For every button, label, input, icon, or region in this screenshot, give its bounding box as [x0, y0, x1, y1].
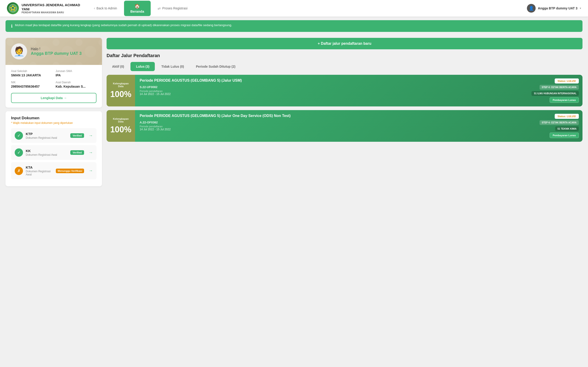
alert-banner: ℹ Mohon maaf jika terdapat data/file yan…	[6, 20, 582, 32]
daftar-jalur-button[interactable]: + Daftar jalur pendaftaran baru	[107, 38, 582, 49]
tab-tidak-lulus[interactable]: Tidak Lulus (0)	[156, 62, 190, 71]
waiting-check-icon: ✗	[15, 167, 23, 175]
prodi-badge: S1 ILMU HUBUNGAN INTERNASIONAL	[531, 91, 579, 96]
kk-info: KK Dokumen Registrasi Awal	[26, 149, 68, 156]
beranda-button[interactable]: 🏠 Beranda	[124, 1, 151, 16]
main-nav: ‹ Back to Admin 🏠 Beranda ⇄ Proses Regis…	[89, 1, 527, 16]
tab-lulus[interactable]: Lulus (3)	[130, 62, 155, 71]
header: U UNIVERSITAS JENDERAL ACHMAD YANI PENDA…	[0, 0, 588, 17]
arrow-right-icon: →	[89, 133, 93, 138]
tabs-row: Aktif (0) Lulus (3) Tidak Lulus (0) Peri…	[107, 62, 582, 71]
back-to-admin-button[interactable]: ‹ Back to Admin	[89, 4, 122, 13]
waiting-badge: Menunggu Verifikasi	[56, 169, 84, 173]
profile-avatar: 🧑‍💼	[11, 43, 27, 59]
reg-card-right: Status: LULUS! STEP 4: CETAK BERITA ACAR…	[540, 110, 583, 142]
reg-card-body: Periode PERIODE AGUSTUS (GELOMBANG 5) (J…	[135, 110, 539, 142]
kta-info: KTA Dokumen Registrasi Awal	[26, 165, 53, 176]
status-badge: Status: LULUS!	[555, 114, 579, 119]
step-badge: STEP 4: CETAK BERITA ACARA	[540, 85, 579, 90]
user-name: Angga BTP dummy UAT 3	[538, 6, 578, 10]
person-icon: 🧑‍💼	[13, 46, 25, 57]
reg-card-right: Status: LULUS! STEP 4: CETAK BERITA ACAR…	[531, 75, 582, 106]
user-menu[interactable]: 👤 Angga BTP dummy UAT 3 ▾	[527, 4, 581, 13]
list-item[interactable]: ✓ KTP Dokumen Registrasi Awal Verified →	[11, 128, 96, 143]
arrow-right-icon: →	[89, 150, 93, 155]
asal-sekolah-item: Asal Sekolah SMAN 13 JAKARTA	[11, 69, 52, 77]
info-icon: ℹ	[11, 24, 13, 29]
dokumen-card: Input Dokumen * Wajib melakukan input do…	[6, 111, 102, 186]
right-panel: + Daftar jalur pendaftaran baru Daftar J…	[107, 38, 582, 186]
arrow-right-icon: ⇄	[157, 6, 161, 10]
jurusan-value: IPA	[56, 73, 96, 77]
asal-sekolah-label: Asal Sekolah	[11, 69, 52, 73]
profile-name: Angga BTP dummy UAT 3	[31, 51, 82, 56]
list-item[interactable]: ✗ KTA Dokumen Registrasi Awal Menunggu V…	[11, 162, 96, 179]
payment-badge: Pembayaran Lunas	[550, 133, 579, 138]
profile-info: Asal Sekolah SMAN 13 JAKARTA Jurusan SMA…	[6, 65, 102, 93]
left-panel: 🧑‍💼 Halo ! Angga BTP dummy UAT 3 Asal Se…	[6, 38, 102, 186]
kelengkapan-left: KelengkapanData 100%	[107, 110, 135, 142]
jurusan-label: Jurusan SMA	[56, 69, 96, 73]
dokumen-subtitle: * Wajib melakukan input dokumen yang dip…	[11, 121, 96, 125]
step-badge: STEP 4: CETAK BERITA ACARA	[540, 120, 579, 125]
ktp-info: KTP Dokumen Registrasi Awal	[26, 132, 68, 140]
asal-daerah-label: Asal Daerah	[56, 81, 96, 84]
profile-greeting: Halo ! Angga BTP dummy UAT 3	[31, 47, 82, 56]
svg-text:U: U	[12, 8, 14, 10]
nik-value: 2985643785636457	[11, 85, 52, 88]
jurusan-item: Jurusan SMA IPA	[56, 69, 96, 77]
tab-aktif[interactable]: Aktif (0)	[107, 62, 130, 71]
nik-label: NIK	[11, 81, 52, 84]
chevron-down-icon: ▾	[580, 7, 581, 10]
home-icon: 🏠	[134, 3, 140, 9]
verified-badge: Verified	[70, 133, 84, 138]
payment-badge: Pembayaran Lunas	[550, 97, 579, 103]
profile-card: 🧑‍💼 Halo ! Angga BTP dummy UAT 3 Asal Se…	[6, 38, 102, 108]
nik-item: NIK 2985643785636457	[11, 81, 52, 88]
list-item[interactable]: KelengkapanData 100% Periode PERIODE AGU…	[107, 75, 582, 106]
prodi-badge: S1 TEKNIK KIMIA	[555, 126, 579, 131]
tab-periode-ditutup[interactable]: Periode Sudah Ditutup (2)	[190, 62, 241, 71]
logo-area: U UNIVERSITAS JENDERAL ACHMAD YANI PENDA…	[7, 2, 80, 14]
list-item[interactable]: KelengkapanData 100% Periode PERIODE AGU…	[107, 110, 582, 142]
arrow-right-icon: →	[89, 168, 93, 173]
alert-message: Mohon maaf jika terdapat data/file yang …	[15, 23, 232, 27]
chevron-left-icon: ‹	[94, 6, 95, 10]
proses-registrasi-button[interactable]: ⇄ Proses Registrasi	[153, 4, 192, 13]
kelengkapan-left: KelengkapanData 100%	[107, 75, 135, 106]
reg-card-body: Periode PERIODE AGUSTUS (GELOMBANG 5) (J…	[135, 75, 531, 106]
verified-check-icon: ✓	[15, 148, 23, 157]
asal-daerah-value: Kab. Kepulauan S...	[56, 85, 96, 88]
asal-daerah-item: Asal Daerah Kab. Kepulauan S...	[56, 81, 96, 88]
asal-sekolah-value: SMAN 13 JAKARTA	[11, 73, 52, 77]
greeting-text: Halo !	[31, 47, 82, 51]
main-layout: 🧑‍💼 Halo ! Angga BTP dummy UAT 3 Asal Se…	[0, 35, 588, 192]
profile-banner: 🧑‍💼 Halo ! Angga BTP dummy UAT 3	[6, 38, 102, 65]
verified-badge: Verified	[70, 150, 84, 155]
avatar: 👤	[527, 4, 536, 13]
logo-text: UNIVERSITAS JENDERAL ACHMAD YANI PENDAFT…	[22, 3, 80, 14]
status-badge: Status: LULUS!	[555, 78, 579, 83]
dokumen-title: Input Dokumen	[11, 116, 96, 120]
logo-icon: U	[7, 2, 19, 14]
section-title: Daftar Jalur Pendaftaran	[107, 53, 582, 58]
lengkapi-data-button[interactable]: Lengkapi Data →	[11, 93, 96, 103]
verified-check-icon: ✓	[15, 131, 23, 140]
list-item[interactable]: ✓ KK Dokumen Registrasi Awal Verified →	[11, 145, 96, 160]
